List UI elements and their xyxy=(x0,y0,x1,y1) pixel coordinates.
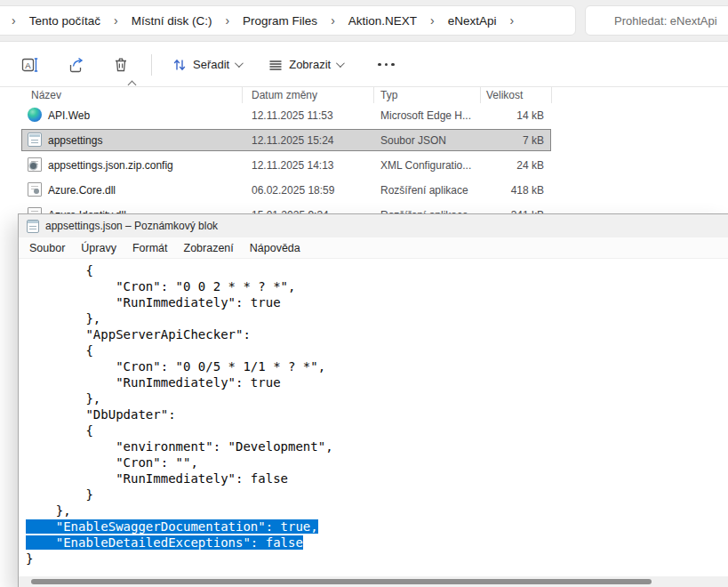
view-label: Zobrazit xyxy=(289,58,331,71)
file-size: 418 kB xyxy=(480,184,544,197)
column-header-type[interactable]: Typ xyxy=(380,89,397,101)
file-type: Soubor JSON xyxy=(380,134,446,147)
code-text: "Cron": "", xyxy=(26,455,198,470)
file-name: appsettings xyxy=(48,134,102,147)
column-divider[interactable] xyxy=(480,87,481,103)
address-bar[interactable]: ›Tento počítač›Místní disk (C:)›Program … xyxy=(0,5,576,36)
rename-button[interactable]: A xyxy=(14,51,46,79)
code-text: { xyxy=(26,263,93,277)
code-text: "RunImmediately": true xyxy=(26,295,281,310)
code-line: "DbUpdater": xyxy=(26,406,728,422)
column-divider[interactable] xyxy=(373,87,374,103)
file-list: API.Web12.11.2025 11:53Microsoft Edge H.… xyxy=(0,103,728,228)
code-line: { xyxy=(26,342,728,358)
breadcrumb-item[interactable]: Tento počítač xyxy=(21,11,108,31)
code-text: { xyxy=(26,423,93,438)
explorer-toolbar: A xyxy=(0,43,728,87)
config-file-icon xyxy=(28,157,42,172)
code-text: "RunImmediately": false xyxy=(26,471,288,486)
code-text: } xyxy=(26,487,93,502)
menu-item-soubor[interactable]: Soubor xyxy=(21,238,73,258)
notepad-titlebar[interactable]: appsettings.json – Poznámkový blok xyxy=(19,214,728,237)
menu-item-formát[interactable]: Formát xyxy=(124,238,176,258)
file-type: Rozšíření aplikace xyxy=(380,184,468,197)
code-line: "EnableSwaggerDocumentation": true, xyxy=(26,519,728,535)
more-ellipsis-icon xyxy=(378,63,381,67)
search-placeholder: Prohledat: eNextApi xyxy=(614,14,717,28)
file-type: Microsoft Edge H... xyxy=(380,109,471,122)
menu-item-nápověda[interactable]: Nápověda xyxy=(242,238,308,258)
toolbar-divider xyxy=(151,54,152,76)
selected-text: "EnableDetailedExceptions": false xyxy=(26,535,303,550)
code-text: "RunImmediately": true xyxy=(26,375,281,390)
desktop-screen: ›Tento počítač›Místní disk (C:)›Program … xyxy=(0,0,728,587)
breadcrumb-separator: › xyxy=(110,13,122,28)
breadcrumb: ›Tento počítač›Místní disk (C:)›Program … xyxy=(8,11,517,31)
sort-button[interactable]: Seřadit xyxy=(164,52,248,78)
breadcrumb-item[interactable]: Program Files xyxy=(235,11,325,31)
file-date: 12.11.2025 14:13 xyxy=(252,159,334,172)
file-row[interactable]: appsettings.json.zip.config12.11.2025 14… xyxy=(0,153,728,178)
code-line: }, xyxy=(26,503,728,519)
code-text: { xyxy=(26,343,93,358)
trash-icon xyxy=(112,56,130,74)
column-divider[interactable] xyxy=(551,87,552,103)
column-header-name[interactable]: Název xyxy=(31,89,61,101)
file-name: API.Web xyxy=(48,109,90,122)
notepad-icon xyxy=(27,220,39,233)
column-header-size[interactable]: Velikost xyxy=(486,89,523,101)
file-date: 06.02.2025 18:59 xyxy=(252,184,334,197)
menu-item-úpravy[interactable]: Úpravy xyxy=(73,238,124,258)
code-text: "Cron": "0 0/5 * 1/1 * ? *", xyxy=(26,359,325,374)
share-button[interactable] xyxy=(60,51,92,79)
share-icon xyxy=(68,56,85,74)
notepad-editor[interactable]: { "Cron": "0 0 2 * * ? *", "RunImmediate… xyxy=(19,259,728,576)
code-line: } xyxy=(26,551,728,567)
code-text: }, xyxy=(26,391,100,406)
scrollbar-thumb[interactable] xyxy=(31,579,652,584)
menu-item-zobrazení[interactable]: Zobrazení xyxy=(176,238,242,258)
notepad-title: appsettings.json – Poznámkový blok xyxy=(45,220,218,232)
svg-text:A: A xyxy=(25,60,31,69)
delete-button[interactable] xyxy=(105,51,137,79)
code-text: "DbUpdater": xyxy=(26,407,176,422)
file-date: 12.11.2025 11:53 xyxy=(252,109,333,122)
file-size: 24 kB xyxy=(480,159,544,172)
code-line: "AppServerApiChecker": xyxy=(26,326,728,342)
file-row[interactable]: API.Web12.11.2025 11:53Microsoft Edge H.… xyxy=(0,103,728,128)
code-line: "Cron": "0 0 2 * * ? *", xyxy=(26,278,728,294)
column-header-date[interactable]: Datum změny xyxy=(252,89,317,101)
breadcrumb-item[interactable]: Aktion.NEXT xyxy=(340,11,425,31)
chevron-down-icon xyxy=(235,59,244,68)
code-text: }, xyxy=(26,311,100,326)
file-row[interactable]: appsettings12.11.2025 15:24Soubor JSON7 … xyxy=(0,128,728,153)
code-line: "RunImmediately": true xyxy=(26,374,728,390)
file-date: 12.11.2025 15:24 xyxy=(252,134,334,147)
rename-icon: A xyxy=(21,56,39,74)
file-row[interactable]: Azure.Core.dll06.02.2025 18:59Rozšíření … xyxy=(0,178,728,203)
code-line: "environment": "Development", xyxy=(26,438,728,454)
column-divider[interactable] xyxy=(242,87,243,103)
breadcrumb-separator: › xyxy=(221,13,233,28)
file-size: 14 kB xyxy=(480,109,544,122)
code-line: "Cron": "", xyxy=(26,454,728,470)
file-name: appsettings.json.zip.config xyxy=(48,159,173,172)
horizontal-scrollbar[interactable] xyxy=(19,576,728,587)
notepad-window: appsettings.json – Poznámkový blok Soubo… xyxy=(18,213,728,587)
code-line: "RunImmediately": true xyxy=(26,294,728,310)
breadcrumb-separator: › xyxy=(8,13,20,28)
code-text: "environment": "Development", xyxy=(26,439,333,454)
breadcrumb-item[interactable]: Místní disk (C:) xyxy=(124,11,220,31)
code-line: { xyxy=(26,422,728,438)
sort-label: Seřadit xyxy=(193,58,229,71)
view-button[interactable]: Zobrazit xyxy=(260,52,349,78)
code-text: "Cron": "0 0 2 * * ? *", xyxy=(26,279,295,294)
breadcrumb-item[interactable]: eNextApi xyxy=(440,11,505,31)
code-text: } xyxy=(26,551,33,566)
notepad-menubar: SouborÚpravyFormátZobrazeníNápověda xyxy=(19,237,728,259)
search-input[interactable]: Prohledat: eNextApi xyxy=(585,5,728,36)
more-options-button[interactable] xyxy=(369,56,404,74)
file-size: 7 kB xyxy=(480,134,544,147)
code-line: "Cron": "0 0/5 * 1/1 * ? *", xyxy=(26,358,728,374)
code-line: }, xyxy=(26,310,728,326)
